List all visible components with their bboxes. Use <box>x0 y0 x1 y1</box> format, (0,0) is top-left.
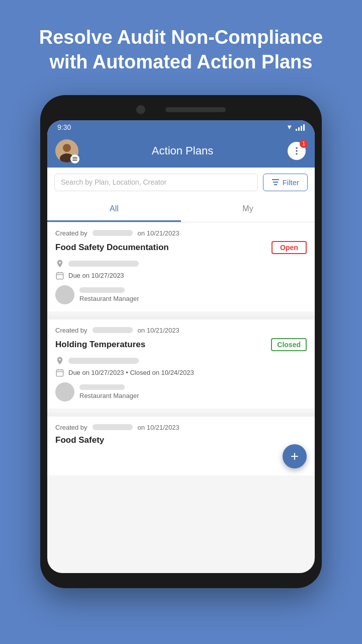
svg-rect-4 <box>72 158 77 159</box>
search-input-wrapper[interactable]: Search by Plan, Location, Creator <box>54 174 258 191</box>
svg-point-7 <box>296 150 297 151</box>
camera-dot <box>136 105 145 114</box>
assignee-role-1: Restaurant Manager <box>79 295 139 302</box>
svg-point-8 <box>296 153 297 154</box>
plan-title-row-2: Holding Temperatures Closed <box>55 338 307 351</box>
due-row-2: Due on 10/27/2023 • Closed on 10/24/2023 <box>55 368 307 377</box>
plan-title-1: Food Safety Documentation <box>55 243 272 253</box>
due-closed-text-2: Due on 10/27/2023 • Closed on 10/24/2023 <box>68 369 194 376</box>
phone-screen: 9:30 ▼ <box>47 120 315 573</box>
svg-point-1 <box>63 144 71 152</box>
tab-my[interactable]: My <box>181 197 315 222</box>
page-header: Resolve Audit Non-Compliance with Automa… <box>0 0 362 95</box>
created-date-3: on 10/21/2023 <box>138 424 179 431</box>
assignee-role-2: Restaurant Manager <box>79 392 139 399</box>
signal-bar-4 <box>303 124 305 131</box>
signal-bar-3 <box>301 126 302 131</box>
add-plan-button[interactable]: + <box>283 444 307 468</box>
created-date-2: on 10/21/2023 <box>138 327 179 334</box>
status-time: 9:30 <box>57 123 71 131</box>
filter-icon <box>272 179 280 186</box>
creator-placeholder-1 <box>93 230 133 236</box>
svg-point-6 <box>296 147 297 148</box>
filter-label: Filter <box>283 178 299 187</box>
due-row-1: Due on 10/27/2023 <box>55 271 307 280</box>
plan-card-1[interactable]: Created by on 10/21/2023 Food Safety Doc… <box>47 222 315 311</box>
notification-button[interactable]: 1 <box>287 141 307 161</box>
created-by-row-2: Created by on 10/21/2023 <box>55 327 307 334</box>
created-by-row-1: Created by on 10/21/2023 <box>55 229 307 237</box>
avatar-container[interactable] <box>55 139 78 163</box>
calendar-icon-2 <box>55 368 64 377</box>
notification-badge: 1 <box>300 140 308 148</box>
tab-all[interactable]: All <box>47 197 181 222</box>
more-options-icon <box>292 146 302 156</box>
location-icon-1 <box>55 259 64 268</box>
phone-frame: 9:30 ▼ <box>40 95 322 588</box>
location-placeholder-2 <box>68 358 139 364</box>
plan-title-2: Holding Temperatures <box>55 340 271 350</box>
plan-card-3[interactable]: Created by on 10/21/2023 Food Safety + <box>47 417 315 475</box>
plan-title-row-1: Food Safety Documentation Open <box>55 241 307 254</box>
svg-rect-12 <box>56 273 63 279</box>
plans-list: Created by on 10/21/2023 Food Safety Doc… <box>47 222 315 475</box>
plan-title-3: Food Safety <box>55 435 307 445</box>
created-by-label-3: Created by <box>55 424 87 431</box>
tabs-container: All My <box>47 197 315 222</box>
location-row-1 <box>55 259 307 268</box>
search-area: Search by Plan, Location, Creator Filter <box>47 168 315 197</box>
phone-camera <box>47 105 315 114</box>
assignee-row-1: Restaurant Manager <box>55 285 307 304</box>
menu-indicator <box>70 154 79 164</box>
app-bar-title: Action Plans <box>84 144 281 157</box>
svg-rect-16 <box>56 370 63 376</box>
assignee-name-placeholder-2 <box>79 384 125 390</box>
filter-button[interactable]: Filter <box>263 174 308 191</box>
creator-placeholder-2 <box>93 327 133 333</box>
divider-1 <box>47 315 315 319</box>
location-placeholder-1 <box>68 261 139 267</box>
svg-rect-3 <box>72 157 77 158</box>
location-icon-2 <box>55 356 64 365</box>
assignee-row-2: Restaurant Manager <box>55 382 307 401</box>
page-title: Resolve Audit Non-Compliance with Automa… <box>30 25 332 75</box>
wifi-icon: ▼ <box>286 123 293 131</box>
add-icon: + <box>291 449 299 463</box>
search-placeholder: Search by Plan, Location, Creator <box>61 178 166 186</box>
assignee-avatar-2 <box>55 382 74 401</box>
status-badge-1: Open <box>272 241 307 254</box>
status-badge-2: Closed <box>271 338 307 351</box>
divider-2 <box>47 413 315 417</box>
status-icons: ▼ <box>286 123 305 131</box>
signal-bar-1 <box>296 129 297 131</box>
svg-rect-5 <box>72 160 77 161</box>
created-by-label-1: Created by <box>55 229 87 237</box>
signal-bars <box>296 124 305 131</box>
plan-card-2[interactable]: Created by on 10/21/2023 Holding Tempera… <box>47 319 315 409</box>
created-date-1: on 10/21/2023 <box>138 229 179 237</box>
hamburger-icon <box>72 156 78 162</box>
created-by-row-3: Created by on 10/21/2023 <box>55 424 307 431</box>
created-by-label-2: Created by <box>55 327 87 334</box>
assignee-info-2: Restaurant Manager <box>79 384 139 399</box>
creator-placeholder-3 <box>93 424 133 430</box>
location-row-2 <box>55 356 307 365</box>
plan-title-row-3: Food Safety <box>55 435 307 445</box>
status-bar: 9:30 ▼ <box>47 120 315 134</box>
assignee-info-1: Restaurant Manager <box>79 287 139 302</box>
calendar-icon-1 <box>55 271 64 280</box>
due-text-1: Due on 10/27/2023 <box>68 272 124 279</box>
assignee-name-placeholder-1 <box>79 287 125 293</box>
signal-bar-2 <box>298 127 300 131</box>
assignee-avatar-1 <box>55 285 74 304</box>
speaker-bar <box>165 107 226 112</box>
app-bar: Action Plans 1 <box>47 134 315 168</box>
